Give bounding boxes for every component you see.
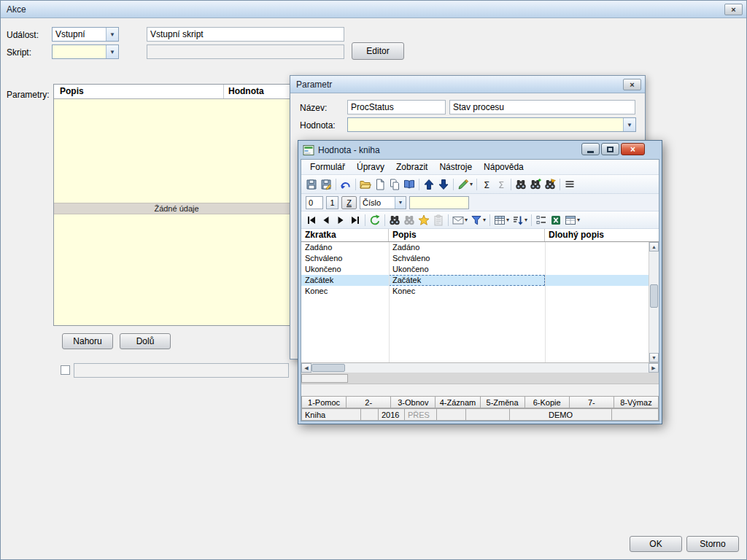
nav-next-button[interactable] [333, 213, 348, 228]
grid-row-konec[interactable]: KonecKonec [301, 286, 649, 297]
menu-upravy[interactable]: Úpravy [351, 160, 390, 174]
column-header-dlouhy-popis[interactable]: Dlouhý popis [545, 229, 659, 241]
ok-button[interactable]: OK [630, 536, 682, 552]
skript-path-field[interactable] [147, 44, 344, 59]
parametr-titlebar[interactable]: Parametr × [290, 76, 645, 93]
nazev-field[interactable] [347, 100, 446, 114]
find-add-button[interactable] [528, 177, 543, 192]
edit-tools-icon [457, 179, 469, 190]
option-field[interactable] [74, 363, 289, 378]
nav-first-button[interactable] [304, 213, 319, 228]
menu-napoveda[interactable]: Nápověda [478, 160, 530, 174]
skript-combo[interactable]: ▼ [52, 44, 119, 59]
nahoru-button[interactable]: Nahoru [62, 333, 113, 349]
columns-menu-button[interactable] [562, 177, 577, 192]
udalost-combo[interactable]: Vstupní ▼ [52, 27, 119, 42]
maximize-button[interactable] [601, 143, 619, 155]
save-record-button[interactable] [319, 177, 333, 192]
nav-last-button[interactable] [348, 213, 363, 228]
vertical-scrollbar[interactable]: ▲ ▼ [649, 242, 659, 362]
search-repeat-button[interactable] [402, 213, 417, 228]
fkey-7[interactable]: 7- [570, 396, 614, 408]
highlight-button[interactable] [417, 213, 431, 228]
excel-export-button[interactable] [549, 213, 563, 228]
grid-cell: Konec [389, 286, 545, 297]
new-record-button[interactable] [373, 177, 387, 192]
grid-row-schvaleno[interactable]: SchválenoSchváleno [301, 253, 649, 264]
hodnota-combo[interactable]: ▼ [347, 117, 636, 132]
pane-handle[interactable] [301, 374, 348, 383]
akce-titlebar[interactable]: Akce × [1, 1, 746, 18]
open-button[interactable] [358, 177, 373, 192]
mail-button[interactable]: ▾ [451, 213, 469, 228]
nav-prev-button[interactable] [319, 213, 333, 228]
udalost-script-field[interactable] [147, 27, 344, 42]
horizontal-scroll-thumb[interactable] [311, 364, 345, 372]
udalost-combo-dropdown[interactable]: ▼ [106, 28, 118, 41]
sum-button[interactable]: Σ [479, 177, 494, 192]
page-tab[interactable]: 1 [326, 196, 338, 209]
menu-nastroje[interactable]: Nástroje [433, 160, 478, 174]
grid-cell [545, 242, 649, 253]
select-columns-button[interactable] [534, 213, 549, 228]
fkey-5-zmena[interactable]: 5-Změna [481, 396, 525, 408]
parametr-close-button[interactable]: × [623, 79, 641, 90]
scroll-down-button[interactable]: ▼ [649, 353, 659, 362]
fkey-1-pomoc[interactable]: 1-Pomoc [301, 396, 347, 408]
filter-combo[interactable]: Číslo ▼ [360, 196, 406, 209]
nazev-popis-field[interactable] [449, 100, 635, 114]
view-grid-button[interactable]: ▾ [492, 213, 511, 228]
save-button[interactable] [304, 177, 319, 192]
move-up-button[interactable] [422, 177, 436, 192]
scroll-left-button[interactable]: ◀ [301, 363, 311, 373]
copy-button[interactable] [387, 177, 402, 192]
search-button[interactable] [387, 213, 402, 228]
menu-zobrazit[interactable]: Zobrazit [390, 160, 433, 174]
scroll-up-button[interactable]: ▲ [649, 242, 659, 252]
record-count-field[interactable] [306, 196, 323, 209]
paste-button[interactable] [431, 213, 446, 228]
find-button[interactable] [514, 177, 528, 192]
z-button[interactable]: Z [341, 196, 357, 209]
close-button[interactable]: × [621, 143, 645, 155]
scroll-right-button[interactable]: ▶ [649, 363, 659, 373]
horizontal-scrollbar[interactable]: ◀ ▶ [301, 363, 659, 373]
storno-button[interactable]: Storno [686, 536, 739, 552]
filter-combo-dropdown[interactable]: ▼ [395, 197, 406, 209]
fkey-4-zaznam[interactable]: 4-Záznam [436, 396, 480, 408]
akce-close-button[interactable]: × [724, 4, 743, 15]
refresh-button[interactable] [368, 213, 382, 228]
editor-button[interactable]: Editor [352, 42, 404, 60]
filter-button[interactable]: ▾ [469, 213, 487, 228]
column-header-popis[interactable]: Popis [389, 229, 545, 241]
grid-row-zacatek[interactable]: ZačátekZačátek [301, 275, 649, 286]
dolu-button[interactable]: Dolů [120, 333, 171, 349]
find-go-button[interactable] [543, 177, 557, 192]
catalog-icon [403, 179, 415, 190]
option-checkbox[interactable] [61, 365, 70, 375]
fkey-3-obnov[interactable]: 3-Obnov [391, 396, 436, 408]
column-header-hodnota[interactable]: Hodnota [224, 85, 299, 98]
grid-row-ukonceno[interactable]: UkončenoUkončeno [301, 264, 649, 275]
column-divider [389, 242, 390, 362]
sum-alt-button[interactable]: Σ [494, 177, 508, 192]
vertical-scroll-thumb[interactable] [650, 284, 658, 308]
report-button[interactable]: ▾ [563, 213, 581, 228]
move-down-button[interactable] [436, 177, 451, 192]
column-header-popis[interactable]: Popis [54, 85, 224, 98]
undo-button[interactable] [338, 177, 353, 192]
minimize-button[interactable] [581, 143, 600, 155]
fkey-6-kopie[interactable]: 6-Kopie [525, 396, 570, 408]
fkey-8-vymaz[interactable]: 8-Výmaz [614, 396, 659, 408]
sort-button[interactable]: ▾ [511, 213, 529, 228]
edit-tools-button[interactable]: ▾ [456, 177, 474, 192]
menu-formular[interactable]: Formulář [304, 160, 351, 174]
hodnota-titlebar[interactable]: Hodnota - kniha × [301, 141, 659, 159]
quick-search-field[interactable] [409, 196, 469, 209]
hodnota-combo-dropdown[interactable]: ▼ [623, 118, 635, 131]
grid-row-zadano[interactable]: ZadánoZadáno [301, 242, 649, 253]
fkey-2[interactable]: 2- [347, 396, 391, 408]
column-header-zkratka[interactable]: Zkratka [301, 229, 389, 241]
catalog-button[interactable] [402, 177, 417, 192]
skript-combo-dropdown[interactable]: ▼ [106, 45, 118, 58]
